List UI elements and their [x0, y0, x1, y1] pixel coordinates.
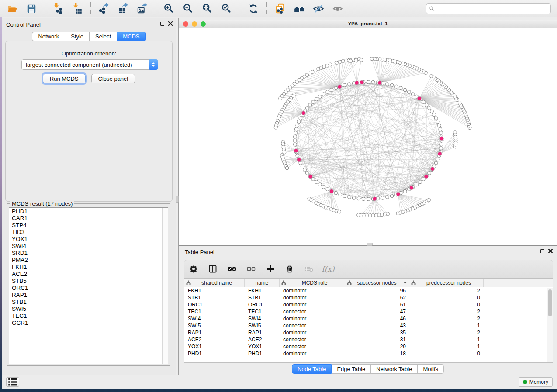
first-neighbors-button[interactable]	[293, 2, 306, 15]
table-row[interactable]: TEC1TEC1connector472	[184, 308, 553, 315]
horizontal-splitter-handle[interactable]	[367, 243, 373, 246]
mcds-hub-node	[396, 192, 400, 196]
mcds-result-item[interactable]: FKH1	[9, 264, 168, 271]
zoom-in-button[interactable]	[163, 2, 176, 15]
tab-edge-table[interactable]: Edge Table	[332, 364, 371, 374]
search-box[interactable]	[426, 3, 551, 14]
save-session-button[interactable]	[25, 2, 38, 15]
run-mcds-button[interactable]: Run MCDS	[43, 74, 86, 83]
close-panel-button[interactable]: Close panel	[91, 74, 135, 83]
main-toolbar	[0, 0, 557, 17]
optimization-criterion-value: largest connected component (undirected)	[26, 62, 132, 68]
mcds-result-item[interactable]: YOX1	[9, 236, 168, 243]
table-cell: dominator	[280, 301, 345, 308]
table-row[interactable]: SWI4SWI4dominator462	[184, 315, 553, 322]
table-row[interactable]: RAP1RAP1dominator352	[184, 329, 553, 336]
scrollbar-thumb[interactable]	[548, 289, 552, 316]
zoom-fit-button[interactable]	[201, 2, 214, 15]
table-row[interactable]: FKH1FKH1dominator962	[184, 287, 553, 294]
import-network-button[interactable]	[52, 2, 65, 15]
close-panel-icon[interactable]	[168, 21, 173, 26]
tab-style[interactable]: Style	[65, 32, 90, 41]
clone-network-button[interactable]	[273, 2, 287, 15]
optimization-criterion-label: Optimization criterion:	[6, 50, 172, 57]
mcds-result-item[interactable]: STP4	[9, 222, 168, 229]
mcds-result-list[interactable]: PHD1CAR1STP4TID3YOX1SWI4SRD1PMA2FKH1ACE2…	[9, 207, 168, 364]
deselect-all-icon[interactable]	[246, 264, 256, 274]
tab-node-table[interactable]: Node Table	[292, 364, 332, 374]
column-header-name[interactable]: name	[245, 279, 280, 287]
export-table-button[interactable]	[117, 2, 130, 15]
column-header-shared-name[interactable]: shared name	[184, 279, 245, 287]
export-image-button[interactable]	[136, 2, 149, 15]
node-table[interactable]: shared namenameMCDS rolesuccessor nodesp…	[184, 278, 553, 363]
refresh-button[interactable]	[247, 2, 260, 15]
tab-mcds[interactable]: MCDS	[117, 32, 145, 41]
table-cell: dominator	[280, 287, 345, 294]
mcds-result-item[interactable]: TID3	[9, 229, 168, 236]
import-table-button[interactable]	[71, 2, 84, 15]
mcds-result-item[interactable]: SWI5	[9, 306, 168, 313]
mcds-hub-node	[409, 186, 413, 190]
mcds-result-item[interactable]: STB5	[9, 278, 168, 285]
tab-select[interactable]: Select	[90, 32, 117, 41]
table-cell: TEC1	[184, 308, 245, 315]
column-header-MCDS-role[interactable]: MCDS role	[280, 279, 345, 287]
mcds-result-scrollbar[interactable]	[162, 208, 168, 364]
mcds-result-item[interactable]: PMA2	[9, 257, 168, 264]
settings-gear-icon[interactable]	[189, 264, 198, 274]
mcds-hub-node	[373, 197, 377, 201]
hide-selected-button[interactable]	[312, 2, 325, 15]
float-panel-icon[interactable]	[160, 22, 164, 26]
table-row[interactable]: STB1STB1dominator620	[184, 294, 553, 301]
mcds-result-item[interactable]: RAP1	[9, 292, 168, 299]
tab-motifs[interactable]: Motifs	[418, 364, 444, 374]
mcds-hub-node	[355, 81, 359, 85]
table-toolbar: f(x)	[184, 260, 553, 278]
float-table-panel-icon[interactable]	[540, 249, 544, 253]
mcds-result-item[interactable]: SRD1	[9, 250, 168, 257]
mcds-result-item[interactable]: TEC1	[9, 313, 168, 320]
column-header-predecessor-nodes[interactable]: predecessor nodes	[409, 279, 484, 287]
mcds-hub-node	[438, 152, 442, 156]
columns-icon[interactable]	[208, 264, 218, 274]
zoom-out-button[interactable]	[182, 2, 195, 15]
open-file-button[interactable]	[6, 2, 19, 15]
select-all-icon[interactable]	[227, 264, 237, 274]
memory-label: Memory	[529, 379, 548, 385]
close-table-panel-icon[interactable]	[548, 249, 553, 253]
add-row-icon[interactable]	[266, 264, 275, 274]
export-network-button[interactable]	[97, 2, 111, 15]
network-view-titlebar[interactable]: YPA_prune.txt_1	[179, 20, 557, 28]
table-cell: ACE2	[184, 336, 245, 343]
mcds-result-item[interactable]: STB1	[9, 299, 168, 306]
mcds-result-item[interactable]: GCR1	[9, 320, 168, 327]
mcds-result-item[interactable]: SWI4	[9, 243, 168, 250]
search-input[interactable]	[437, 6, 548, 12]
table-row[interactable]: SWI5SWI5connector431	[184, 322, 553, 329]
column-header-successor-nodes[interactable]: successor nodes	[345, 279, 409, 287]
table-cell: 2	[409, 329, 484, 336]
network-canvas[interactable]	[179, 28, 557, 245]
delete-row-icon[interactable]	[285, 264, 294, 274]
table-row[interactable]: ACE2ACE2connector311	[184, 336, 553, 343]
mcds-result-item[interactable]: ORC1	[9, 285, 168, 292]
show-all-button[interactable]	[331, 2, 344, 15]
table-row[interactable]: PHD1PHD1dominator180	[184, 350, 553, 357]
zoom-selected-button[interactable]	[220, 2, 233, 15]
optimization-criterion-select[interactable]: largest connected component (undirected)	[21, 59, 158, 70]
node-table-scrollbar[interactable]	[547, 288, 553, 362]
mcds-result-item[interactable]: PHD1	[9, 208, 168, 215]
table-cell: 1	[409, 343, 484, 350]
table-row[interactable]: YOX1YOX1connector291	[184, 343, 553, 350]
mcds-result-legend: MCDS result (17 nodes)	[10, 200, 74, 207]
mcds-result-item[interactable]: CAR1	[9, 215, 168, 222]
mcds-hub-node	[439, 137, 443, 141]
memory-button[interactable]: Memory	[519, 377, 553, 387]
table-row[interactable]: ORC1ORC1dominator610	[184, 301, 553, 308]
mcds-result-item[interactable]: ACE2	[9, 271, 168, 278]
tab-network-table[interactable]: Network Table	[371, 364, 418, 374]
table-cell: STB1	[245, 294, 280, 301]
tab-network[interactable]: Network	[32, 32, 65, 41]
task-history-button[interactable]	[6, 377, 19, 387]
